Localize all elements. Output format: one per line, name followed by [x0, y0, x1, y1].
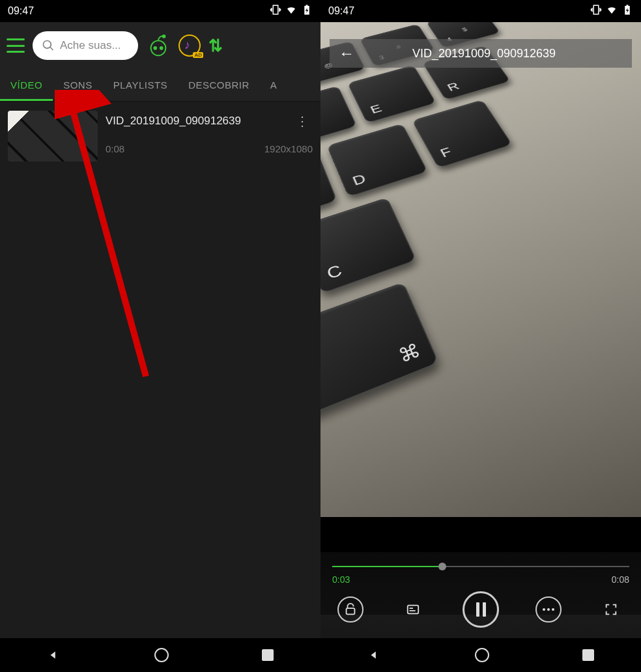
pause-button[interactable] — [463, 591, 499, 628]
svg-point-3 — [163, 35, 165, 38]
search-placeholder: Ache suas... — [60, 39, 121, 52]
nav-bar — [320, 638, 641, 672]
svg-rect-4 — [347, 608, 355, 614]
nav-recents-icon[interactable] — [582, 649, 594, 661]
more-button[interactable] — [535, 596, 562, 623]
video-thumbnail — [8, 111, 98, 161]
tab-video[interactable]: VÍDEO — [0, 69, 53, 101]
more-icon[interactable]: ⋮ — [292, 111, 313, 132]
svg-rect-5 — [408, 606, 419, 614]
vibrate-icon — [590, 4, 602, 18]
status-bar: 09:47 — [0, 0, 320, 22]
nav-home-icon[interactable] — [154, 648, 169, 662]
nav-home-icon[interactable] — [475, 648, 489, 662]
nav-back-icon[interactable] — [367, 648, 382, 662]
svg-point-0 — [151, 40, 166, 55]
clock: 09:47 — [328, 5, 354, 17]
video-item[interactable]: VID_20191009_090912639 ⋮ 0:08 1920x1080 — [0, 102, 320, 171]
vibrate-icon — [270, 4, 281, 18]
time-duration: 0:08 — [612, 574, 629, 585]
player-header: ← VID_20191009_090912639 — [330, 39, 632, 68]
battery-icon — [621, 4, 633, 18]
video-player[interactable]: !1@2#3$4 QWER ASDF ZXC command⌘ ← VID_20… — [320, 22, 641, 638]
tab-playlists[interactable]: PLAYLISTS — [103, 69, 178, 101]
status-bar: 09:47 — [320, 0, 641, 22]
battery-icon — [301, 4, 313, 18]
tab-bar: VÍDEO SONS PLAYLISTS DESCOBRIR A — [0, 69, 320, 102]
transfer-icon[interactable]: ⇅ — [208, 36, 223, 56]
menu-icon[interactable] — [7, 38, 25, 53]
video-frame: !1@2#3$4 QWER ASDF ZXC command⌘ — [320, 22, 641, 517]
wifi-icon — [606, 4, 618, 18]
video-resolution: 1920x1080 — [264, 143, 313, 154]
search-input[interactable]: Ache suas... — [33, 31, 138, 60]
svg-point-1 — [154, 47, 156, 49]
nav-recents-icon[interactable] — [262, 649, 274, 661]
player-controls: 0:03 0:08 — [320, 552, 641, 638]
music-ad-icon[interactable]: ♪AD — [178, 35, 201, 57]
app-topbar: Ache suas... ♪AD ⇅ — [0, 22, 320, 69]
nav-bar — [0, 638, 320, 672]
tab-overflow[interactable]: A — [260, 69, 288, 101]
tab-descobrir[interactable]: DESCOBRIR — [178, 69, 260, 101]
nav-back-icon[interactable] — [47, 648, 61, 662]
video-duration: 0:08 — [106, 143, 124, 154]
svg-point-2 — [160, 47, 163, 49]
lock-button[interactable] — [337, 596, 363, 623]
fullscreen-button[interactable] — [598, 596, 624, 623]
search-icon — [42, 39, 55, 52]
tab-sons[interactable]: SONS — [53, 69, 103, 101]
robot-icon[interactable] — [146, 33, 171, 58]
video-title: VID_20191009_090912639 — [106, 115, 241, 128]
back-icon[interactable]: ← — [339, 44, 354, 63]
clock: 09:47 — [8, 5, 34, 17]
time-current: 0:03 — [332, 574, 350, 585]
player-title: VID_20191009_090912639 — [365, 47, 603, 61]
subtitle-button[interactable] — [400, 596, 426, 623]
video-list: VID_20191009_090912639 ⋮ 0:08 1920x1080 — [0, 102, 320, 171]
seek-bar[interactable] — [332, 561, 629, 572]
wifi-icon — [285, 4, 297, 18]
